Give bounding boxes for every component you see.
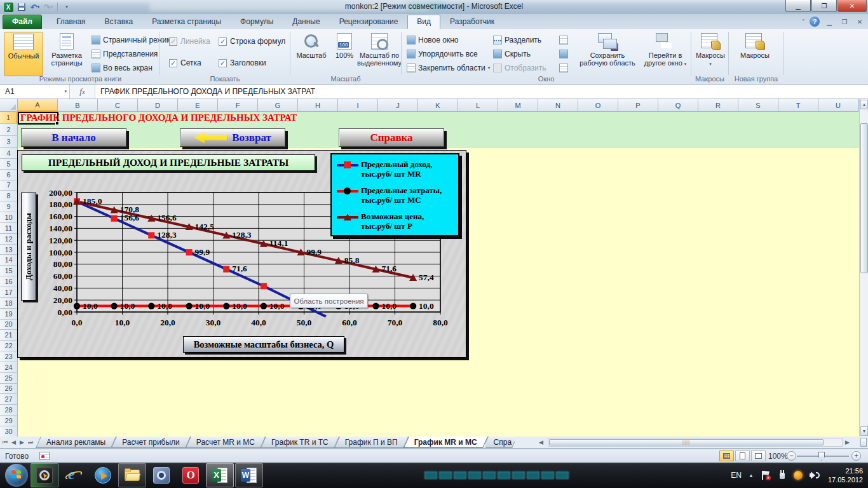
macros-button[interactable]: Макросы▾ — [694, 32, 727, 76]
scroll-down-icon[interactable]: ▼ — [860, 426, 868, 436]
column-header-I[interactable]: I — [338, 99, 378, 112]
zoom-100-button[interactable]: 100% — [330, 32, 358, 76]
doc-minimize-icon[interactable]: ▁ — [824, 18, 835, 25]
row-header-27[interactable]: 27 — [0, 394, 18, 405]
column-header-L[interactable]: L — [458, 99, 498, 112]
horizontal-scrollbar[interactable] — [548, 438, 843, 447]
row-header-12[interactable]: 12 — [0, 234, 18, 245]
row-header-20[interactable]: 20 — [0, 320, 18, 330]
zoom-to-selection-button[interactable]: Масштаб по выделенному — [360, 32, 399, 76]
row-header-18[interactable]: 18 — [0, 298, 18, 309]
ribbon-tab-7[interactable]: Вид — [407, 15, 440, 29]
doc-close-icon[interactable]: ✕ — [854, 18, 865, 25]
column-header-S[interactable]: S — [738, 99, 778, 112]
freeze-panes-button[interactable]: Закрепить области ▾ — [407, 62, 490, 74]
zoom-in-icon[interactable]: + — [851, 451, 861, 461]
ribbon-tab-0[interactable]: Файл — [3, 15, 42, 29]
tab-split-handle[interactable] — [860, 438, 867, 447]
zoom-out-icon[interactable]: − — [787, 451, 796, 461]
horizontal-scroll-thumb[interactable] — [549, 439, 824, 445]
chart-legend[interactable]: Предельный доход,тыс.руб/ шт MRПредельны… — [330, 153, 459, 236]
zoom-level[interactable]: 100% — [768, 452, 788, 461]
sheet-tab-6[interactable]: Спра — [485, 437, 515, 448]
formula-input[interactable]: ГРАФИК ПРЕДЕЛЬНОГО ДОХОДА И ПРЕДЕЛЬНЫХ З… — [95, 85, 868, 98]
ribbon-tab-8[interactable]: Разработчик — [440, 15, 504, 29]
volume-icon[interactable] — [810, 470, 821, 480]
minimize-button[interactable]: ▁ — [785, 0, 811, 12]
gridlines-checkbox[interactable]: ✓ Сетка — [169, 58, 201, 67]
chevron-down-icon[interactable]: ▾ — [64, 89, 67, 94]
ribbon-tab-3[interactable]: Разметка страницы — [142, 15, 231, 29]
row-header-28[interactable]: 28 — [0, 405, 18, 416]
headings-checkbox[interactable]: ✓ Заголовки — [219, 58, 266, 67]
normal-view-button[interactable]: Обычный — [4, 32, 43, 76]
column-header-G[interactable]: G — [258, 99, 298, 112]
taskbar-daemon-tools-button[interactable] — [31, 463, 58, 487]
new-window-button[interactable]: Новое окно — [407, 34, 459, 46]
column-header-F[interactable]: F — [218, 99, 258, 112]
doc-restore-icon[interactable]: ❐ — [839, 18, 850, 25]
row-header-11[interactable]: 11 — [0, 223, 18, 234]
power-plug-icon[interactable] — [778, 470, 787, 480]
sheet-tab-0[interactable]: Анализ рекламы — [38, 437, 114, 448]
page-layout-status-button[interactable] — [735, 451, 750, 461]
row-header-5[interactable]: 5 — [0, 159, 18, 170]
view-side-by-side-button[interactable] — [559, 34, 568, 46]
column-header-A[interactable]: A — [18, 99, 58, 112]
column-header-B[interactable]: B — [58, 99, 98, 112]
row-header-9[interactable]: 9 — [0, 201, 18, 212]
zoom-button[interactable]: Масштаб — [294, 32, 329, 76]
column-header-M[interactable]: M — [498, 99, 538, 112]
column-header-N[interactable]: N — [538, 99, 578, 112]
restore-button[interactable]: ❐ — [811, 0, 837, 12]
column-header-R[interactable]: R — [698, 99, 738, 112]
collapse-ribbon-icon[interactable]: ⌃ — [801, 18, 806, 25]
hide-button[interactable]: Скрыть — [493, 48, 531, 60]
vertical-scroll-thumb[interactable] — [860, 123, 868, 273]
full-screen-button[interactable]: Во весь экран — [92, 62, 153, 74]
column-header-E[interactable]: E — [178, 99, 218, 112]
help-icon[interactable]: ? — [810, 17, 820, 27]
page-layout-view-button[interactable]: Разметка страницы — [46, 32, 88, 76]
ribbon-tab-1[interactable]: Главная — [47, 15, 95, 29]
scroll-up-icon[interactable]: ▲ — [860, 100, 868, 109]
column-header-J[interactable]: J — [378, 99, 418, 112]
hscroll-right-icon[interactable]: ▶ — [845, 439, 850, 445]
column-header-K[interactable]: K — [418, 99, 458, 112]
taskbar-word-button[interactable]: W — [235, 463, 263, 487]
switch-windows-button[interactable]: Перейти в другое окно ▾ — [641, 32, 690, 76]
vertical-scrollbar[interactable]: ▲ ▼ — [859, 99, 868, 437]
sheet-tab-3[interactable]: График TR и TC — [263, 437, 337, 448]
page-break-status-button[interactable] — [751, 451, 766, 461]
prev-sheet-icon[interactable]: ◀ — [11, 439, 16, 445]
row-header-2[interactable]: 2 — [0, 124, 18, 136]
row-header-7[interactable]: 7 — [0, 180, 18, 191]
taskbar-internet-explorer-button[interactable]: e — [60, 463, 88, 487]
next-sheet-icon[interactable]: ▶ — [20, 439, 24, 445]
ribbon-tab-2[interactable]: Вставка — [95, 15, 143, 29]
row-header-8[interactable]: 8 — [0, 191, 18, 201]
taskbar-explorer-button[interactable] — [118, 463, 146, 487]
column-header-O[interactable]: O — [578, 99, 618, 112]
row-header-15[interactable]: 15 — [0, 266, 18, 276]
row-header-30[interactable]: 30 — [0, 426, 18, 437]
row-header-14[interactable]: 14 — [0, 255, 18, 266]
row-header-29[interactable]: 29 — [0, 416, 18, 426]
sheet-tab-4[interactable]: График П и ВП — [337, 437, 406, 448]
sheet-tab-5[interactable]: График MR и MC — [406, 437, 485, 448]
synchronous-scrolling-button[interactable] — [559, 48, 568, 60]
arrange-all-button[interactable]: Упорядочить все — [407, 48, 478, 60]
column-header-Q[interactable]: Q — [658, 99, 698, 112]
row-header-25[interactable]: 25 — [0, 373, 18, 384]
ribbon-tab-5[interactable]: Данные — [283, 15, 329, 29]
clock[interactable]: 21:56 17.05.2012 — [828, 466, 863, 484]
row-header-23[interactable]: 23 — [0, 351, 18, 362]
taskbar-media-app-button[interactable] — [147, 463, 175, 487]
macros-button-2[interactable]: Макросы — [736, 32, 774, 76]
sheet-tab-1[interactable]: Расчет прибыли — [114, 437, 188, 448]
language-indicator[interactable]: EN — [731, 471, 742, 480]
update-icon[interactable] — [794, 471, 803, 480]
row-header-24[interactable]: 24 — [0, 362, 18, 373]
start-button[interactable] — [5, 464, 28, 487]
row-header-22[interactable]: 22 — [0, 341, 18, 351]
